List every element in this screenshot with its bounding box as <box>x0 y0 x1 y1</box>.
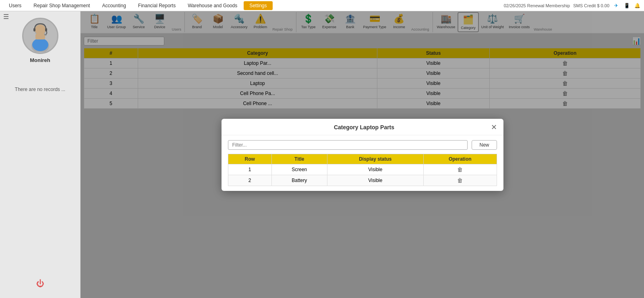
modal-title: Category Laptop Parts <box>238 124 491 130</box>
top-bar-info: 02/26/2025 Renewal Membership SMS Credit… <box>504 2 641 9</box>
modal-cell-operation: 🗑 <box>423 175 497 186</box>
sidebar: Monireh There are no records ... ⏻ <box>0 11 81 298</box>
nav-warehouse[interactable]: Warehouse and Goods <box>182 1 243 10</box>
modal-col-operation: Operation <box>423 154 497 164</box>
modal-cell-display-status: Visible <box>327 164 423 175</box>
modal-table-row[interactable]: 2 Battery Visible 🗑 <box>228 175 497 186</box>
nav-menu: Users Repair Shop Management Accounting … <box>3 1 273 10</box>
modal-delete-row-button[interactable]: 🗑 <box>457 166 463 173</box>
modal-new-button[interactable]: New <box>472 140 497 150</box>
modal-cell-display-status: Visible <box>327 175 423 186</box>
power-button[interactable]: ⏻ <box>33 276 48 292</box>
modal-cell-title: Screen <box>271 164 327 175</box>
nav-repair-shop[interactable]: Repair Shop Management <box>28 1 95 10</box>
modal-filter-row: New <box>228 140 497 150</box>
avatar <box>22 18 58 54</box>
modal-overlay: Category Laptop Parts ✕ New Row Title Di… <box>81 11 644 298</box>
modal-cell-title: Battery <box>271 175 327 186</box>
telegram-icon: ✈ <box>613 2 620 9</box>
svg-rect-5 <box>33 28 35 31</box>
sms-credit-info: SMS Credit $ 0.00 <box>573 3 609 8</box>
svg-point-7 <box>44 34 47 35</box>
modal-table-row[interactable]: 1 Screen Visible 🗑 <box>228 164 497 175</box>
modal-col-title: Title <box>271 154 327 164</box>
date-renewal-info: 02/26/2025 Renewal Membership <box>504 3 570 8</box>
modal-cell-row: 2 <box>228 175 271 186</box>
top-nav-bar: Users Repair Shop Management Accounting … <box>0 0 644 11</box>
modal-header: Category Laptop Parts ✕ <box>222 119 503 135</box>
svg-point-2 <box>35 25 46 35</box>
modal-dialog: Category Laptop Parts ✕ New Row Title Di… <box>222 119 503 191</box>
sidebar-username: Monireh <box>30 57 50 63</box>
nav-accounting[interactable]: Accounting <box>96 1 131 10</box>
hamburger-menu-icon[interactable]: ☰ <box>3 13 9 21</box>
modal-cell-operation: 🗑 <box>423 164 497 175</box>
modal-delete-row-button[interactable]: 🗑 <box>457 177 463 184</box>
nav-settings[interactable]: Settings <box>244 1 272 10</box>
modal-col-row: Row <box>228 154 271 164</box>
modal-filter-input[interactable] <box>228 140 468 150</box>
nav-financial-reports[interactable]: Financial Reports <box>133 1 181 10</box>
modal-col-display-status: Display status <box>327 154 423 164</box>
modal-table: Row Title Display status Operation 1 Scr… <box>228 154 497 186</box>
svg-rect-4 <box>35 34 45 39</box>
modal-body: New Row Title Display status Operation 1… <box>222 135 503 191</box>
no-records-message: There are no records ... <box>15 86 65 93</box>
whatsapp-icon: 📱 <box>623 2 630 9</box>
nav-users[interactable]: Users <box>3 1 27 10</box>
modal-cell-row: 1 <box>228 164 271 175</box>
svg-point-3 <box>32 38 48 51</box>
modal-close-button[interactable]: ✕ <box>491 124 497 131</box>
notification-icon: 🔔 <box>634 2 641 9</box>
